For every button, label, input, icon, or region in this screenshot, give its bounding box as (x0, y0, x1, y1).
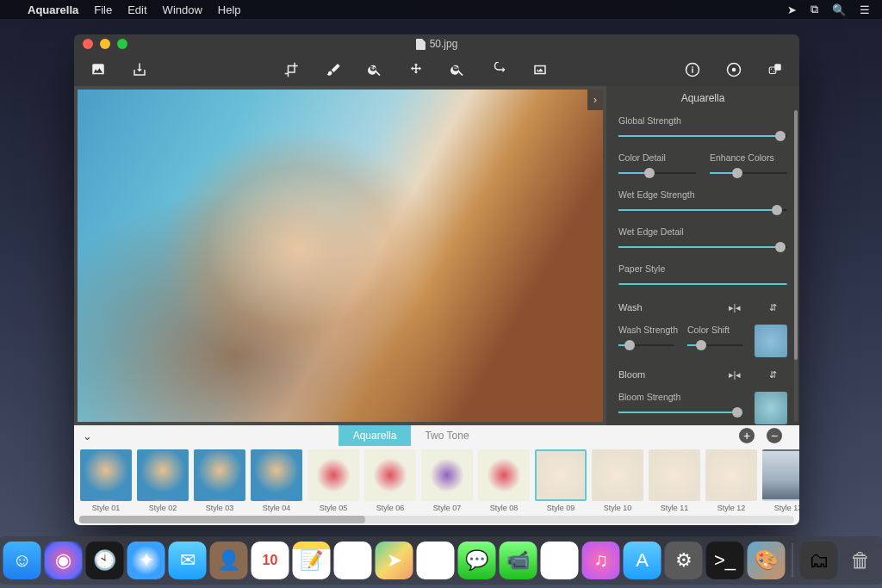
paper-style-7[interactable]: 7 (763, 284, 786, 285)
dock-itunes-icon[interactable]: ♫ (582, 542, 620, 579)
style-thumb[interactable]: Style 02 (136, 449, 189, 516)
fit-screen-icon[interactable] (531, 61, 549, 78)
open-image-icon[interactable] (90, 61, 107, 78)
bloom-strength-slider[interactable] (618, 406, 742, 418)
menu-edit[interactable]: Edit (127, 3, 146, 16)
menu-list-icon[interactable]: ☰ (860, 3, 870, 16)
paper-style-2[interactable]: 2 (643, 284, 668, 285)
style-thumb[interactable]: Style 09 (534, 449, 587, 516)
dock-maps-icon[interactable]: ➤ (376, 542, 413, 579)
dock-appstore-icon[interactable]: A (624, 542, 662, 579)
crop-icon[interactable] (283, 61, 301, 78)
tab-twotone[interactable]: Two Tone (411, 425, 483, 446)
enhance-colors-slider[interactable] (710, 167, 787, 179)
bloom-flip-v-icon[interactable]: ⇵ (758, 366, 787, 383)
style-thumb-image (421, 449, 473, 501)
style-thumb[interactable]: Style 10 (591, 449, 644, 516)
styles-scrollbar[interactable] (79, 516, 794, 523)
wash-swatch[interactable] (755, 325, 787, 357)
wet-edge-strength-label: Wet Edge Strength (618, 189, 787, 200)
settings-icon[interactable] (725, 61, 742, 78)
bloom-flip-h-icon[interactable]: ▸|◂ (720, 366, 749, 383)
style-thumb[interactable]: Style 06 (363, 449, 417, 516)
adjustments-panel: Aquarella Global Strength Color Detail E… (606, 86, 799, 425)
style-thumb-label: Style 02 (149, 504, 177, 512)
paper-style-4[interactable]: 4 (692, 284, 716, 285)
dock-safari-icon[interactable]: ✦ (127, 542, 165, 579)
info-icon[interactable] (684, 61, 701, 78)
zoom-in-icon[interactable] (366, 61, 383, 78)
menu-file[interactable]: File (94, 3, 112, 16)
style-thumb-image (307, 449, 359, 501)
color-shift-slider[interactable] (687, 339, 742, 351)
collapse-panel-icon[interactable]: › (587, 90, 603, 110)
style-thumb[interactable]: Style 04 (250, 449, 303, 516)
paper-style-1[interactable]: 1 (619, 284, 643, 285)
document-icon (416, 39, 425, 50)
dock-aquarella-icon[interactable]: 🎨 (748, 542, 786, 579)
dock-notes-icon[interactable]: 📝 (293, 542, 331, 579)
menu-help[interactable]: Help (218, 3, 241, 16)
style-thumb[interactable]: Style 12 (705, 449, 758, 516)
fullscreen-button[interactable] (117, 39, 127, 49)
dock-clock-icon[interactable]: 🕙 (86, 542, 124, 579)
spotlight-search-icon[interactable]: 🔍 (832, 3, 846, 16)
dock-calendar-icon[interactable]: 10 (252, 542, 289, 579)
paper-style-3[interactable]: 3 (668, 284, 692, 285)
style-thumb-label: Style 08 (490, 504, 519, 512)
collapse-strip-icon[interactable]: ⌄ (74, 425, 100, 446)
dock-terminal-icon[interactable]: >_ (706, 542, 744, 579)
dock-news-icon[interactable]: N (541, 542, 579, 579)
dock-photos-icon[interactable]: ✿ (417, 542, 455, 579)
dock-finder-icon[interactable]: ☺ (3, 542, 41, 579)
macos-menubar: Aquarella File Edit Window Help ➤ ⧉ 🔍 ☰ (0, 0, 882, 19)
style-thumb[interactable]: Style 01 (79, 449, 133, 516)
style-thumb[interactable]: Style 08 (477, 449, 531, 516)
window-controls (74, 39, 127, 49)
dock-messages-icon[interactable]: 💬 (458, 542, 496, 579)
color-detail-slider[interactable] (618, 167, 696, 179)
style-thumb[interactable]: Style 13 (761, 449, 799, 516)
wash-flip-v-icon[interactable]: ⇵ (758, 299, 787, 316)
wash-strength-slider[interactable] (618, 339, 674, 351)
zoom-out-icon[interactable] (449, 61, 466, 78)
dock-downloads-icon[interactable]: 🗂 (800, 542, 838, 579)
close-button[interactable] (83, 39, 93, 49)
style-thumb-label: Style 01 (92, 504, 121, 512)
style-thumb[interactable]: Style 07 (420, 449, 474, 516)
add-style-button[interactable]: + (739, 428, 755, 443)
airplay-icon[interactable]: ⧉ (811, 3, 818, 16)
wet-edge-strength-slider[interactable] (618, 204, 787, 216)
bloom-swatch[interactable] (755, 392, 787, 424)
dock-trash-icon[interactable]: 🗑 (842, 542, 879, 579)
image-canvas[interactable]: › (78, 90, 603, 422)
dock-facetime-icon[interactable]: 📹 (500, 542, 537, 579)
app-name[interactable]: Aquarella (28, 3, 78, 16)
dock-preferences-icon[interactable]: ⚙ (665, 542, 703, 579)
style-thumb[interactable]: Style 05 (307, 449, 360, 516)
style-thumb[interactable]: Style 11 (648, 449, 701, 516)
save-image-icon[interactable] (131, 61, 148, 78)
pan-icon[interactable] (407, 61, 425, 78)
dock-mail-icon[interactable]: ✉ (169, 542, 207, 579)
style-thumb-image (364, 449, 416, 501)
minimize-button[interactable] (100, 39, 110, 49)
paper-style-6[interactable]: 6 (739, 284, 763, 285)
brush-icon[interactable] (325, 61, 342, 78)
tab-aquarella[interactable]: Aquarella (339, 425, 411, 446)
menu-window[interactable]: Window (163, 3, 202, 16)
cursor-icon[interactable]: ➤ (787, 3, 797, 16)
panel-scrollbar[interactable] (794, 110, 798, 422)
wash-flip-h-icon[interactable]: ▸|◂ (720, 299, 749, 316)
style-thumb[interactable]: Style 03 (193, 449, 246, 516)
dock-contacts-icon[interactable]: 👤 (210, 542, 248, 579)
dock-reminders-icon[interactable]: ⋮⋮ (334, 542, 372, 579)
wet-edge-detail-slider[interactable] (618, 241, 787, 253)
macos-dock: ☺◉🕙✦✉👤10📝⋮⋮➤✿💬📹N♫A⚙>_🎨🗂🗑 (0, 536, 882, 585)
redo-icon[interactable] (490, 61, 507, 78)
random-icon[interactable] (767, 61, 784, 78)
remove-style-button[interactable]: − (767, 428, 782, 443)
paper-style-5[interactable]: 5 (715, 284, 739, 285)
dock-siri-icon[interactable]: ◉ (45, 542, 83, 579)
global-strength-slider[interactable] (618, 130, 787, 142)
